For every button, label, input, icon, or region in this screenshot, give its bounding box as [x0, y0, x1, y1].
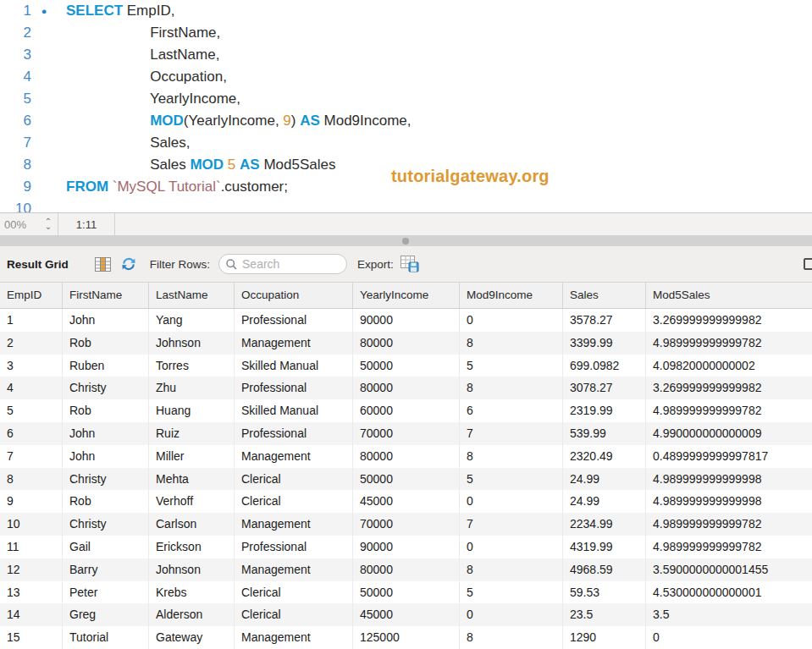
grid-cell[interactable]: 80000: [353, 377, 460, 399]
grid-cell[interactable]: 90000: [353, 309, 460, 332]
editor-line[interactable]: 6 MOD(YearlyIncome, 9) AS Mod9Income,: [0, 110, 812, 132]
editor-line[interactable]: 7 Sales,: [0, 132, 812, 154]
grid-cell[interactable]: 11: [0, 536, 63, 558]
grid-cell[interactable]: 24.99: [563, 490, 646, 513]
grid-cell[interactable]: Clerical: [235, 468, 353, 491]
grid-cell[interactable]: Clerical: [235, 490, 353, 513]
grid-cell[interactable]: Christy: [63, 468, 149, 491]
grid-cell[interactable]: Management: [235, 513, 353, 536]
grid-cell[interactable]: 0: [460, 536, 563, 558]
grid-cell[interactable]: 4: [0, 377, 63, 399]
export-button[interactable]: [399, 253, 421, 275]
grid-cell[interactable]: 0.4899999999997817: [646, 445, 812, 468]
grid-cell[interactable]: 0: [460, 603, 563, 626]
grid-cell[interactable]: Johnson: [149, 558, 235, 581]
grid-cell[interactable]: Torres: [149, 355, 235, 377]
grid-cell[interactable]: 3399.99: [563, 332, 646, 355]
grid-cell[interactable]: 699.0982: [563, 355, 646, 377]
grid-cell[interactable]: 0: [460, 490, 563, 513]
grid-cell[interactable]: 3.269999999999982: [646, 377, 812, 399]
grid-cell[interactable]: Ruiz: [149, 422, 235, 445]
grid-cell[interactable]: 4319.99: [563, 536, 646, 558]
grid-cell[interactable]: Professional: [235, 309, 353, 332]
grid-cell[interactable]: Gail: [63, 536, 149, 558]
refresh-button[interactable]: [118, 253, 140, 275]
editor-line[interactable]: 10: [0, 198, 812, 212]
search-box[interactable]: [218, 254, 347, 274]
grid-cell[interactable]: 3: [0, 355, 63, 377]
grid-cell[interactable]: 8: [460, 558, 563, 581]
column-header-yearlyincome[interactable]: YearlyIncome: [353, 283, 460, 308]
zoom-stepper[interactable]: ⌃⌄: [39, 213, 58, 235]
grid-cell[interactable]: Tutorial: [63, 626, 149, 649]
grid-cell[interactable]: Christy: [63, 513, 149, 536]
grid-cell[interactable]: 50000: [353, 468, 460, 491]
grid-cell[interactable]: 2234.99: [563, 513, 646, 536]
column-header-sales[interactable]: Sales: [563, 283, 646, 308]
grid-cell[interactable]: Professional: [235, 422, 353, 445]
column-header-mod9income[interactable]: Mod9Income: [460, 283, 563, 308]
grid-cell[interactable]: 50000: [353, 581, 460, 604]
grid-cell[interactable]: 0: [460, 309, 563, 332]
grid-cell[interactable]: 4.989999999999782: [646, 536, 812, 558]
grid-cell[interactable]: Alderson: [149, 603, 235, 626]
grid-cell[interactable]: 59.53: [563, 581, 646, 604]
grid-cell[interactable]: 2320.49: [563, 445, 646, 468]
grid-cell[interactable]: 15: [0, 626, 63, 649]
grid-cell[interactable]: 8: [460, 626, 563, 649]
grid-cell[interactable]: Greg: [63, 603, 149, 626]
grid-cell[interactable]: 4.989999999999998: [646, 490, 812, 513]
grid-cell[interactable]: Ruben: [63, 355, 149, 377]
grid-cell[interactable]: Management: [235, 445, 353, 468]
editor-line[interactable]: 2 FirstName,: [0, 22, 812, 44]
grid-cell[interactable]: 4.989999999999782: [646, 399, 812, 422]
grid-cell[interactable]: 70000: [353, 513, 460, 536]
grid-cell[interactable]: 1290: [563, 626, 646, 649]
grid-cell[interactable]: 6: [460, 399, 563, 422]
grid-cell[interactable]: Christy: [63, 377, 149, 399]
editor-line[interactable]: 1●SELECT EmpID,: [0, 0, 812, 22]
grid-cell[interactable]: 45000: [353, 603, 460, 626]
panel-toggle-icon[interactable]: [804, 258, 812, 270]
editor-line[interactable]: 3 LastName,: [0, 44, 812, 66]
grid-cell[interactable]: 8: [460, 332, 563, 355]
grid-cell[interactable]: 60000: [353, 399, 460, 422]
grid-cell[interactable]: Skilled Manual: [235, 355, 353, 377]
grid-cell[interactable]: Huang: [149, 399, 235, 422]
column-header-lastname[interactable]: LastName: [149, 283, 235, 308]
grid-cell[interactable]: 4.989999999999782: [646, 513, 812, 536]
grid-cell[interactable]: Rob: [63, 399, 149, 422]
grid-cell[interactable]: Krebs: [149, 581, 235, 604]
grid-cell[interactable]: 9: [0, 490, 63, 513]
grid-cell[interactable]: 1: [0, 309, 63, 332]
column-header-occupation[interactable]: Occupation: [235, 283, 353, 308]
grid-cell[interactable]: 12: [0, 558, 63, 581]
grid-cell[interactable]: 4.09820000000002: [646, 355, 812, 377]
editor-line[interactable]: 4 Occupation,: [0, 66, 812, 88]
grid-cell[interactable]: 3.269999999999982: [646, 309, 812, 332]
grid-cell[interactable]: Peter: [63, 581, 149, 604]
grid-cell[interactable]: 80000: [353, 445, 460, 468]
grid-cell[interactable]: 3578.27: [563, 309, 646, 332]
grid-cell[interactable]: 3.5: [646, 603, 812, 626]
grid-cell[interactable]: 7: [460, 513, 563, 536]
grid-cell[interactable]: Erickson: [149, 536, 235, 558]
grid-cell[interactable]: Rob: [63, 490, 149, 513]
grid-cell[interactable]: 23.5: [563, 603, 646, 626]
grid-cell[interactable]: Mehta: [149, 468, 235, 491]
grid-cell[interactable]: Carlson: [149, 513, 235, 536]
grid-cell[interactable]: John: [63, 445, 149, 468]
grid-cell[interactable]: Johnson: [149, 332, 235, 355]
grid-cell[interactable]: Zhu: [149, 377, 235, 399]
grid-cell[interactable]: 4.989999999999782: [646, 332, 812, 355]
grid-cell[interactable]: 14: [0, 603, 63, 626]
grid-cell[interactable]: Clerical: [235, 581, 353, 604]
grid-cell[interactable]: Miller: [149, 445, 235, 468]
grid-view-button[interactable]: [92, 253, 114, 275]
grid-cell[interactable]: 5: [460, 581, 563, 604]
grid-cell[interactable]: 5: [460, 355, 563, 377]
grid-cell[interactable]: 3.5900000000001455: [646, 558, 812, 581]
grid-cell[interactable]: 7: [460, 422, 563, 445]
grid-cell[interactable]: 4.989999999999998: [646, 468, 812, 491]
grid-cell[interactable]: 2319.99: [563, 399, 646, 422]
